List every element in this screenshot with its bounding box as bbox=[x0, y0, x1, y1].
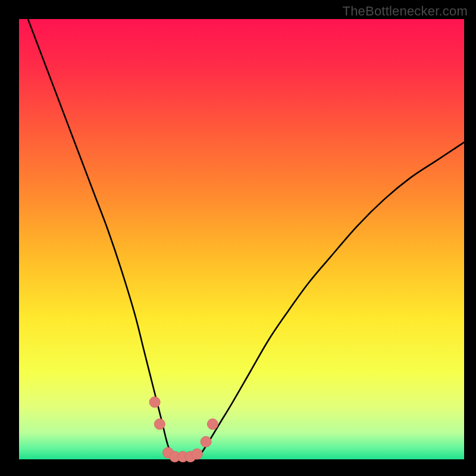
plot-background bbox=[19, 19, 464, 459]
highlight-dot bbox=[192, 449, 202, 459]
highlight-dot bbox=[154, 419, 165, 430]
chart-stage: TheBottlenecker.com bbox=[0, 0, 476, 476]
highlight-dot bbox=[149, 397, 160, 408]
watermark-text: TheBottlenecker.com bbox=[343, 4, 468, 19]
highlight-dot bbox=[201, 436, 211, 447]
highlight-dot bbox=[207, 419, 218, 430]
bottleneck-chart bbox=[0, 0, 476, 476]
